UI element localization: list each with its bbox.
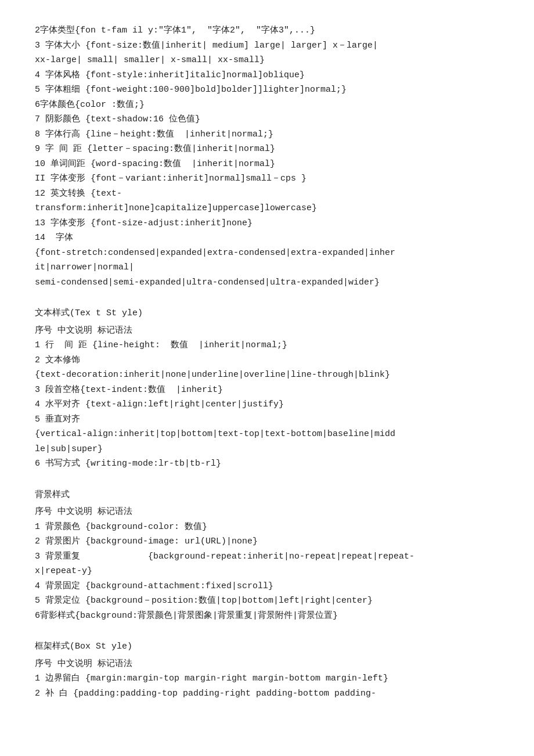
font-type-line: 2字体类型{fon t-fam il y:"字体1", "字体2", "字体3"… xyxy=(35,23,499,38)
bg-color-line: 1 背景颜色 {background-color: 数值} xyxy=(35,520,499,535)
letter-spacing-line: 9 字 间 距 {letter－spacing:数值|inherit|norma… xyxy=(35,142,499,157)
bg-shorthand-line: 6背影样式{background:背景颜色|背景图象|背景重复|背景附件|背景位… xyxy=(35,609,499,624)
writing-mode-line: 6 书写方式 {writing-mode:lr-tb|tb-rl} xyxy=(35,456,499,471)
bg-repeat-line1: 3 背景重复 {background-repeat:inherit|no-rep… xyxy=(35,549,499,564)
text-transform-line2: transform:inherit]none]capitalize]upperc… xyxy=(35,201,499,216)
background-style-section: 背景样式 序号 中文说明 标记语法 1 背景颜色 {background-col… xyxy=(35,488,499,624)
line-height-text: 1 行 间 距 {line-height: 数值 |inherit|normal… xyxy=(35,338,499,353)
box-style-section: 框架样式(Box St yle) 序号 中文说明 标记语法 1 边界留白 {ma… xyxy=(35,639,499,701)
margin-line: 1 边界留白 {margin:margin-top margin-right m… xyxy=(35,671,499,686)
font-styles-section: 2字体类型{fon t-fam il y:"字体1", "字体2", "字体3"… xyxy=(35,23,499,290)
text-decoration-value: {text-decoration:inherit|none|underline|… xyxy=(35,368,499,383)
word-spacing-line: 10 单词间距 {word-spacing:数值 |inherit|normal… xyxy=(35,157,499,172)
background-style-header: 序号 中文说明 标记语法 xyxy=(35,505,499,520)
bg-image-line: 2 背景图片 {background-image: url(URL)|none} xyxy=(35,534,499,549)
text-shadow-line: 7 阴影颜色 {text-shadow:16 位色值} xyxy=(35,112,499,127)
font-size-adjust-line: 13 字体变形 {font-size-adjust:inherit]none} xyxy=(35,216,499,231)
main-content: 2字体类型{fon t-fam il y:"字体1", "字体2", "字体3"… xyxy=(35,23,499,701)
font-style-line: 4 字体风格 {font-style:inherit]italic]normal… xyxy=(35,68,499,83)
font-stretch-line1: {font-stretch:condensed|expanded|extra-c… xyxy=(35,246,499,261)
text-align-line: 4 水平对齐 {text-align:left|right|center|jus… xyxy=(35,397,499,412)
vertical-align-title: 5 垂直对齐 xyxy=(35,412,499,427)
vertical-align-value1: {vertical-align:inherit|top|bottom|text-… xyxy=(35,427,499,442)
font-size-line1: 3 字体大小 {font-size:数值|inherit| medium] la… xyxy=(35,38,499,53)
box-style-title: 框架样式(Box St yle) xyxy=(35,639,499,654)
background-style-title: 背景样式 xyxy=(35,488,499,503)
bg-attachment-line: 4 背景固定 {background-attachment:fixed|scro… xyxy=(35,579,499,594)
font-color-line: 6字体颜色{color :数值;} xyxy=(35,98,499,113)
font-stretch-title: 14 字体 xyxy=(35,231,499,246)
bg-repeat-line2: x|repeat-y} xyxy=(35,564,499,579)
padding-line: 2 补 白 {padding:padding-top padding-right… xyxy=(35,686,499,701)
font-size-line2: xx-large| small| smaller| x-small| xx-sm… xyxy=(35,53,499,68)
text-style-title: 文本样式(Tex t St yle) xyxy=(35,306,499,321)
vertical-align-value2: le|sub|super} xyxy=(35,442,499,457)
font-stretch-line2: it|narrower|normal| xyxy=(35,260,499,275)
text-transform-line1: 12 英文转换 {text- xyxy=(35,186,499,201)
text-indent-line: 3 段首空格{text-indent:数值 |inherit} xyxy=(35,383,499,398)
text-decoration-title: 2 文本修饰 xyxy=(35,353,499,368)
box-style-header: 序号 中文说明 标记语法 xyxy=(35,657,499,672)
text-style-header: 序号 中文说明 标记语法 xyxy=(35,323,499,339)
bg-position-line: 5 背景定位 {background－position:数值|top|botto… xyxy=(35,593,499,609)
line-height-line: 8 字体行高 {line－height:数值 |inherit|normal;} xyxy=(35,127,499,142)
font-variant-line: II 字体变形 {font－variant:inherit]normal]sma… xyxy=(35,171,499,186)
font-stretch-line3: semi-condensed|semi-expanded|ultra-conde… xyxy=(35,275,499,290)
text-style-section: 文本样式(Tex t St yle) 序号 中文说明 标记语法 1 行 间 距 … xyxy=(35,306,499,471)
font-weight-line: 5 字体粗细 {font-weight:100-900]bold]bolder]… xyxy=(35,82,499,98)
